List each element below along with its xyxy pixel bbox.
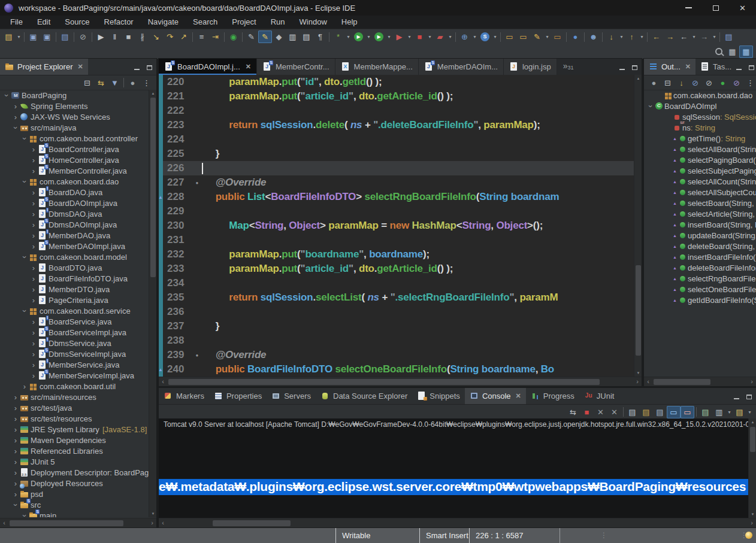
- editor-horizontal-scrollbar[interactable]: ‹›: [159, 377, 642, 386]
- hide-non-public-icon[interactable]: ●: [716, 77, 730, 89]
- expand-chevron-icon[interactable]: [20, 307, 29, 316]
- outline-item[interactable]: ▲ updateBoard(String, Bo: [644, 230, 756, 241]
- outline-item[interactable]: ▲ selectRngBoardFileInfo: [644, 273, 756, 284]
- hide-static-members-icon[interactable]: ⊘: [702, 77, 716, 89]
- expand-chevron-icon[interactable]: [11, 479, 20, 488]
- outline-item[interactable]: ▲ com.cakeon.board.dao: [644, 90, 756, 101]
- maximize-editor-button[interactable]: [632, 62, 637, 72]
- expand-chevron-icon[interactable]: [20, 134, 29, 143]
- remove-all-launches-icon[interactable]: ✕: [607, 406, 621, 418]
- expand-chevron-icon[interactable]: [20, 253, 29, 262]
- new-wizard-icon[interactable]: ▤: [2, 31, 16, 43]
- tree-item[interactable]: S BoardController.java: [0, 144, 149, 154]
- forward-icon[interactable]: →: [697, 31, 711, 43]
- open-folder-icon[interactable]: ▭: [516, 31, 530, 43]
- expand-chevron-icon[interactable]: [29, 166, 38, 175]
- outline-item[interactable]: ▲ deleteBoardFileInfo(Str: [644, 262, 756, 273]
- explorer-horizontal-scrollbar[interactable]: ‹›: [0, 518, 156, 527]
- open-perspective-button[interactable]: ▦: [725, 45, 739, 58]
- menu-item[interactable]: Search: [186, 16, 225, 29]
- toolbar-icon[interactable]: ▾: [746, 409, 753, 415]
- menu-item[interactable]: Window: [292, 16, 334, 29]
- java-perspective-button[interactable]: ▦: [739, 45, 753, 58]
- expand-chevron-icon[interactable]: [11, 490, 20, 499]
- scrollbar-thumb[interactable]: [150, 98, 156, 277]
- console-view-tab[interactable]: Data Source Explorer: [316, 388, 412, 404]
- menu-item[interactable]: Refactor: [97, 16, 141, 29]
- console-view-tab[interactable]: JUnit: [579, 388, 619, 404]
- code-line[interactable]: ▲ 230 Map<String, Object> paramMap = new…: [159, 219, 642, 233]
- outline-item[interactable]: ▲ insertBoard(String, Boa: [644, 219, 756, 230]
- terminate-icon[interactable]: ■: [580, 406, 594, 418]
- toolbar-icon[interactable]: [74, 32, 74, 42]
- console-view-tab[interactable]: Properties: [209, 388, 267, 404]
- outline-item[interactable]: ▲ selectArticle(String, Bo: [644, 208, 756, 219]
- run-to-line-icon[interactable]: ≡: [195, 31, 208, 43]
- tree-item[interactable]: BoardDTO.java: [0, 262, 149, 273]
- last-edit-location-icon[interactable]: ▤: [722, 31, 736, 43]
- show-stdout-icon[interactable]: ▭: [667, 406, 681, 418]
- outline-item[interactable]: ▲ selectBoard(String, lon: [644, 198, 756, 208]
- tree-item[interactable]: com.cakeon.board.util: [0, 381, 149, 392]
- outline-item[interactable]: ▲ selectAllBoard(String) :: [644, 144, 756, 154]
- menu-item[interactable]: Project: [225, 16, 263, 29]
- toolbar-icon[interactable]: ▾: [365, 34, 372, 40]
- expand-chevron-icon[interactable]: [20, 382, 29, 391]
- expand-chevron-icon[interactable]: [29, 285, 38, 294]
- code-line[interactable]: ▲ 232 paramMap.put("boardname", boardnam…: [159, 247, 642, 262]
- toolbar-icon[interactable]: ▾: [492, 34, 498, 40]
- toolbar-icon[interactable]: ▾: [406, 34, 413, 40]
- terminate-icon[interactable]: ■: [122, 31, 135, 43]
- minimize-view-button[interactable]: [734, 391, 739, 402]
- outline-item[interactable]: ▲ nsString: [644, 122, 756, 133]
- tree-item[interactable]: com.cakeon.board.service: [0, 305, 149, 316]
- project-explorer-tab[interactable]: Project Explorer ✕: [0, 59, 88, 75]
- tree-item[interactable]: S BoardServiceImpl.java: [0, 327, 149, 338]
- tree-item[interactable]: Maven Dependencies: [0, 435, 149, 445]
- tree-item[interactable]: S MemberServiceImpl.java: [0, 370, 149, 381]
- console-view-tab[interactable]: Snippets: [412, 388, 465, 404]
- toolbar-icon[interactable]: [242, 32, 243, 42]
- tree-item[interactable]: I BoardService.java: [0, 316, 149, 327]
- coverage-icon[interactable]: ◉: [226, 31, 240, 43]
- fold-marker-icon[interactable]: ●: [192, 180, 202, 186]
- new-web-project-icon[interactable]: ⊕: [458, 31, 471, 43]
- toolbar-icon[interactable]: ▾: [618, 34, 625, 40]
- scrollbar-thumb[interactable]: [168, 379, 600, 385]
- minimize-button[interactable]: [675, 0, 702, 16]
- scrollbar-thumb[interactable]: [10, 520, 123, 526]
- code-line[interactable]: ▲ 227 ● @Override: [159, 175, 642, 190]
- tree-item[interactable]: PageCriteria.java: [0, 295, 149, 305]
- expand-chevron-icon[interactable]: [11, 436, 20, 445]
- tree-item[interactable]: S BoardDAOImpl.java: [0, 198, 149, 208]
- clear-console-icon[interactable]: ▤: [625, 406, 639, 418]
- toolbar-icon[interactable]: [647, 32, 648, 42]
- open-file-icon[interactable]: ▭: [503, 31, 516, 43]
- editor-tab[interactable]: S MemberDAOIm...: [419, 59, 504, 75]
- tree-item[interactable]: Deployed Resources: [0, 478, 149, 489]
- hide-fields-icon[interactable]: ⊘: [688, 77, 702, 89]
- expand-chevron-icon[interactable]: [29, 317, 38, 326]
- code-line[interactable]: ▲ 220 paramMap.put("id", dto.getId() );: [159, 75, 642, 89]
- user-profile-icon[interactable]: ☻: [586, 31, 600, 43]
- web-browser-icon[interactable]: ●: [568, 31, 582, 43]
- resume-icon[interactable]: ▶: [94, 31, 108, 43]
- debug-server-icon[interactable]: ▰: [433, 31, 447, 43]
- profile-icon[interactable]: ▶: [392, 31, 406, 43]
- editor-tab[interactable]: S MemberContr...: [257, 59, 335, 75]
- editor-tab[interactable]: S BoardDAOImpl.j... ✕: [159, 59, 257, 75]
- toolbar-icon[interactable]: [224, 32, 225, 42]
- relaunch-icon[interactable]: ⇆: [566, 406, 580, 418]
- toolbar-icon[interactable]: ▾: [544, 34, 551, 40]
- editor-vertical-scrollbar[interactable]: ▲▼: [634, 75, 642, 377]
- code-line[interactable]: ▲ 225 }: [159, 147, 642, 161]
- tree-item[interactable]: S MemberDAOImpl.java: [0, 241, 149, 251]
- tree-item[interactable]: S DbmsServiceImpl.java: [0, 348, 149, 359]
- disconnect-icon[interactable]: ∦: [135, 31, 149, 43]
- tree-item[interactable]: src/main/resources: [0, 392, 149, 402]
- run-icon[interactable]: ▶: [352, 31, 365, 43]
- outline-item[interactable]: ▲ selectAllCount(String): [644, 176, 756, 187]
- step-return-icon[interactable]: ↗: [177, 31, 190, 43]
- console-output[interactable]: Tomcat v9.0 Server at localhost [Apache …: [159, 418, 748, 518]
- sort-icon[interactable]: ↓: [675, 77, 688, 89]
